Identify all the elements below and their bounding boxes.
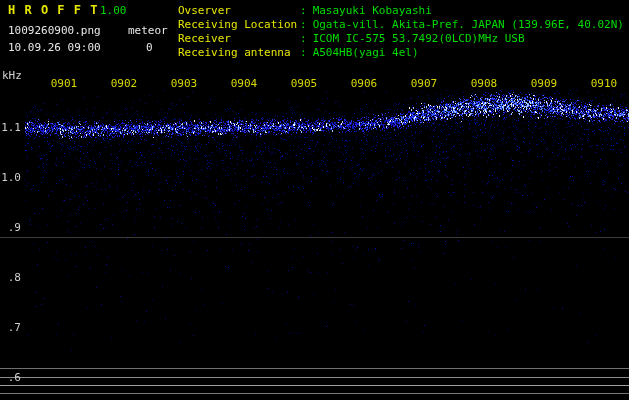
- info-colon: :: [300, 18, 307, 32]
- info-row-receiver: Receiver : ICOM IC-575 53.7492(0LCD)MHz …: [178, 32, 624, 46]
- info-label: Receiving Location: [178, 18, 300, 32]
- time-label: 0909: [531, 77, 558, 90]
- meteor-label: meteor: [128, 24, 168, 37]
- freq-axis-unit: kHz: [2, 69, 22, 82]
- info-value: Ogata-vill. Akita-Pref. JAPAN (139.96E, …: [313, 18, 624, 32]
- info-row-antenna: Receiving antenna : A504HB(yagi 4el): [178, 46, 624, 60]
- freq-label: .7: [0, 321, 21, 334]
- info-row-location: Receiving Location : Ogata-vill. Akita-P…: [178, 18, 624, 32]
- spectrogram-canvas: [0, 0, 629, 400]
- freq-label: 1.1: [0, 121, 21, 134]
- station-info: Ovserver : Masayuki Kobayashi Receiving …: [178, 4, 624, 60]
- info-colon: :: [300, 32, 307, 46]
- time-label: 0906: [351, 77, 378, 90]
- hrofft-screen: H R O F F T 1.00 1009260900.png 10.09.26…: [0, 0, 629, 400]
- time-label: 0902: [111, 77, 138, 90]
- info-label: Receiving antenna: [178, 46, 300, 60]
- meteor-count: 0: [146, 41, 153, 54]
- info-colon: :: [300, 46, 307, 60]
- freq-label: .9: [0, 221, 21, 234]
- app-title: H R O F F T: [8, 3, 98, 17]
- time-label: 0901: [51, 77, 78, 90]
- info-value: ICOM IC-575 53.7492(0LCD)MHz USB: [313, 32, 525, 46]
- time-label: 0907: [411, 77, 438, 90]
- time-label: 0908: [471, 77, 498, 90]
- time-label: 0904: [231, 77, 258, 90]
- info-row-observer: Ovserver : Masayuki Kobayashi: [178, 4, 624, 18]
- app-version: 1.00: [100, 4, 127, 17]
- info-label: Ovserver: [178, 4, 300, 18]
- freq-label: .8: [0, 271, 21, 284]
- info-label: Receiver: [178, 32, 300, 46]
- info-colon: :: [300, 4, 307, 18]
- info-value: Masayuki Kobayashi: [313, 4, 432, 18]
- time-label: 0910: [591, 77, 618, 90]
- time-label: 0905: [291, 77, 318, 90]
- freq-label: .6: [0, 371, 21, 384]
- freq-label: 1.0: [0, 171, 21, 184]
- info-value: A504HB(yagi 4el): [313, 46, 419, 60]
- time-label: 0903: [171, 77, 198, 90]
- capture-datetime: 10.09.26 09:00: [8, 41, 101, 54]
- capture-filename: 1009260900.png: [8, 24, 101, 37]
